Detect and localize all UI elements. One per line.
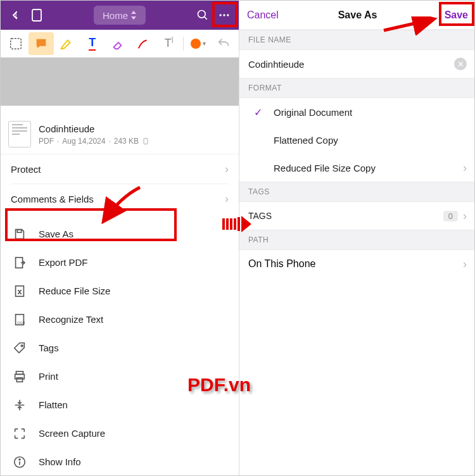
more-icon[interactable] <box>213 4 235 26</box>
tag-icon <box>12 341 27 356</box>
undo-tool-icon[interactable] <box>212 32 236 55</box>
tool-toolbar: T T| ▾ <box>1 30 239 58</box>
file-info-row: Codinhtieude PDF·Aug 14,2024·243 KB <box>1 115 239 154</box>
file-meta: PDF·Aug 14,2024·243 KB <box>39 137 149 146</box>
svg-rect-19 <box>16 377 22 381</box>
menu-export-pdf[interactable]: Export PDF <box>1 248 239 277</box>
menu-screen-capture[interactable]: Screen Capture <box>1 419 239 448</box>
svg-point-6 <box>223 14 225 16</box>
file-title: Codinhtieude <box>39 123 149 134</box>
svg-marker-1 <box>131 11 136 14</box>
menu-flatten[interactable]: Flatten <box>1 391 239 419</box>
svg-line-4 <box>205 17 207 20</box>
breadcrumb-home[interactable]: Home <box>94 6 146 25</box>
svg-point-7 <box>227 14 229 16</box>
svg-point-16 <box>21 344 23 346</box>
svg-rect-8 <box>10 38 21 49</box>
device-icon <box>142 137 149 146</box>
highlight-tool-icon[interactable] <box>54 32 79 55</box>
comment-tool-icon[interactable] <box>28 32 53 55</box>
ocr-icon: OCR <box>12 312 27 327</box>
format-flattened[interactable]: Flattened Copy <box>239 126 475 154</box>
tags-count-badge: 0 <box>443 211 458 222</box>
separator <box>183 37 184 51</box>
typewriter-tool-icon[interactable]: T| <box>156 32 181 55</box>
save-button[interactable]: Save <box>445 9 468 21</box>
section-tags: TAGS <box>239 182 475 202</box>
menu-save-as[interactable]: Save As <box>1 220 239 248</box>
section-filename: FILE NAME <box>239 30 475 50</box>
app-topbar: 1 Home <box>1 1 239 30</box>
page-number: 1 <box>14 11 18 19</box>
svg-rect-11 <box>17 229 21 232</box>
tags-row[interactable]: TAGS 0 › <box>239 202 475 230</box>
format-reduced[interactable]: Reduced File Size Copy › <box>239 154 475 182</box>
page-title: Save As <box>338 9 377 21</box>
clear-icon[interactable]: ✕ <box>454 58 467 70</box>
chevron-right-icon: › <box>463 210 467 223</box>
svg-text:OCR: OCR <box>17 321 25 325</box>
pen-tool-icon[interactable] <box>131 32 156 55</box>
check-icon: ✓ <box>251 106 265 118</box>
save-icon <box>12 227 27 242</box>
svg-rect-0 <box>32 9 41 21</box>
svg-rect-10 <box>144 138 148 144</box>
chevron-right-icon: › <box>463 161 467 175</box>
svg-point-5 <box>220 14 222 16</box>
cancel-button[interactable]: Cancel <box>247 9 279 21</box>
saveas-navbar: Cancel Save As Save <box>239 1 475 30</box>
select-tool-icon[interactable] <box>3 32 28 55</box>
svg-point-9 <box>191 39 201 49</box>
shape-tool-icon[interactable]: ▾ <box>186 32 210 55</box>
file-thumb-icon <box>8 121 31 147</box>
eraser-tool-icon[interactable] <box>105 32 130 55</box>
format-original[interactable]: ✓ Original Document <box>239 98 475 126</box>
protect-row[interactable]: Protect › <box>1 154 239 184</box>
document-preview-area <box>1 58 239 115</box>
sheet-handle-icon[interactable] <box>106 108 134 110</box>
info-icon <box>12 454 27 470</box>
menu-tags[interactable]: Tags <box>1 334 239 362</box>
filename-input[interactable]: Codinhtieude ✕ <box>239 50 475 78</box>
menu-recognize-text[interactable]: OCR Recognize Text <box>1 305 239 334</box>
svg-point-22 <box>19 458 20 460</box>
print-icon <box>12 369 27 384</box>
path-row[interactable]: On This Phone › <box>239 250 475 278</box>
export-icon <box>12 255 27 270</box>
search-icon[interactable] <box>192 4 213 26</box>
menu-show-info[interactable]: Show Info <box>1 448 239 476</box>
compress-icon <box>12 284 27 299</box>
chevron-right-icon: › <box>225 163 229 176</box>
flatten-icon <box>12 398 27 413</box>
menu-print[interactable]: Print <box>1 362 239 391</box>
updown-icon <box>130 11 137 20</box>
svg-marker-2 <box>131 16 136 20</box>
svg-point-3 <box>198 11 206 18</box>
menu-reduce-size[interactable]: Reduce File Size <box>1 277 239 305</box>
comments-row[interactable]: Comments & Fields › <box>1 184 239 213</box>
section-path: PATH <box>239 230 475 250</box>
capture-icon <box>12 426 27 441</box>
text-tool-icon[interactable]: T <box>80 32 104 55</box>
chevron-right-icon: › <box>463 258 467 271</box>
breadcrumb-label: Home <box>103 10 128 21</box>
section-format: FORMAT <box>239 78 475 98</box>
page-indicator[interactable]: 1 <box>26 4 48 26</box>
chevron-right-icon: › <box>225 192 229 206</box>
